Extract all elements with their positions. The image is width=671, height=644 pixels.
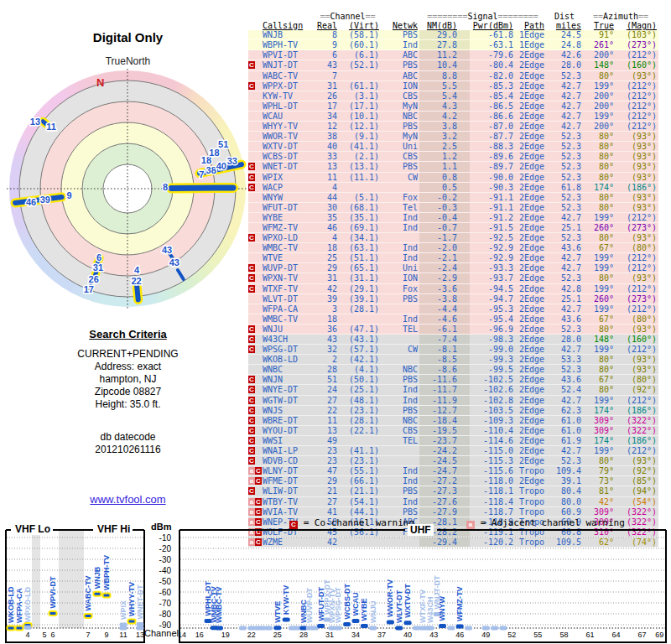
network: PBS (381, 406, 419, 415)
virtual-channel: (39.1) (339, 294, 381, 304)
virtual-channel: (43.1) (339, 335, 381, 344)
station-row: CWPIX11(11.1)CW0.8-90.02Edge52.380°(93°) (248, 173, 658, 183)
power: -79.6 (470, 50, 515, 60)
noise-margin: -27.9 (419, 507, 470, 517)
azimuth-true: 42° (583, 497, 616, 506)
callsign: KYW-TV (262, 91, 315, 101)
azimuth-magnetic: (92°) (616, 466, 658, 475)
virtual-channel: (29.1) (339, 284, 381, 293)
channel-tick-label: 69 (655, 631, 663, 639)
channel-tick-label: 6 (50, 631, 55, 639)
co-channel-warning-icon: C (248, 335, 255, 343)
real-channel: 25 (315, 253, 339, 262)
criteria-height: Height: 35.0 ft. (0, 398, 256, 411)
power: -102.5 (470, 375, 515, 384)
noise-margin: -8.1 (419, 345, 470, 354)
db-datecode-value: 201210261116 (0, 444, 256, 456)
co-channel-warning-icon: C (248, 386, 255, 393)
noise-margin: -12.7 (419, 406, 470, 415)
dbm-axis-label: dBm (151, 522, 171, 532)
callsign: WPHL-DT (262, 101, 315, 111)
virtual-channel: (68.1) (339, 203, 381, 212)
station-row: WMBC-TV18(63.1)Ind-2.0-92.92Edge43.667°(… (248, 243, 658, 253)
azimuth-true: 80° (583, 193, 616, 202)
distance: 52.3 (546, 142, 583, 151)
tvfool-link[interactable]: www.tvfool.com (0, 493, 256, 506)
azimuth-true: 67° (583, 243, 616, 252)
distance: 42.7 (546, 101, 583, 111)
network: Uni (381, 263, 419, 273)
network (381, 355, 419, 364)
virtual-channel: (60.1) (339, 40, 381, 49)
radar-channel-label: 18 (209, 148, 219, 158)
distance: 62.3 (546, 406, 583, 415)
co-channel-warning-icon: C (248, 345, 255, 353)
azimuth-true: 200° (583, 91, 616, 101)
distance: 24.5 (546, 30, 583, 39)
network: CBS (381, 152, 419, 161)
path: 2Edge (515, 436, 546, 445)
noise-margin: -0.3 (419, 203, 470, 212)
virtual-channel: (35.1) (339, 213, 381, 222)
co-channel-warning-icon: C (255, 498, 262, 506)
noise-margin: -2.4 (419, 263, 470, 273)
network: TEL (381, 436, 419, 445)
station-label: KYW-TV (282, 585, 290, 615)
azimuth-magnetic: (93°) (616, 142, 658, 151)
callsign: WFME-DT (262, 476, 315, 486)
azimuth-magnetic: (212°) (616, 345, 658, 354)
real-channel: 27 (315, 497, 339, 506)
channel-tick-label: 9 (104, 631, 108, 639)
azimuth-magnetic: (93°) (616, 162, 658, 171)
virtual-channel (339, 183, 381, 192)
station-label: WPXO-LD (23, 586, 32, 622)
path: Tropo (515, 466, 546, 475)
channel-tick-label: 19 (221, 631, 230, 639)
adjacent-channel-warning-icon: a (248, 508, 255, 516)
network (381, 183, 419, 192)
power: -86.5 (470, 101, 515, 111)
virtual-channel: (13.1) (339, 162, 381, 171)
signal-marker (8, 626, 15, 631)
virtual-channel: (2.1) (339, 152, 381, 161)
true-north-label: TrueNorth (0, 55, 256, 67)
channel-tick-label: 16 (195, 631, 204, 639)
path: 2Edge (515, 273, 546, 283)
network (381, 456, 419, 465)
network: Ind (381, 314, 419, 324)
virtual-channel (339, 314, 381, 324)
noise-margin: -27.2 (419, 476, 470, 486)
network: PBS (381, 30, 419, 39)
noise-margin: 11.2 (419, 50, 470, 60)
callsign: WTXF-TV (262, 284, 315, 293)
callsign: WNYW (262, 193, 315, 202)
path: 2Edge (515, 416, 546, 425)
callsign: WNJU (262, 325, 315, 334)
signal-marker (283, 618, 290, 622)
station-label: WPSG-DT (334, 587, 342, 623)
north-indicator: N (96, 76, 104, 89)
co-channel-warning-icon: C (248, 174, 255, 181)
power: -63.1 (470, 40, 515, 49)
callsign: WKOB-LD (262, 355, 315, 364)
noise-margin: -1.7 (419, 233, 470, 242)
distance: 52.3 (546, 325, 583, 334)
azimuth-true: 80° (583, 142, 616, 151)
real-channel: 3 (315, 304, 339, 314)
station-row: CWNAI-LP23(41.1)-24.2-115.02Edge42.7199°… (248, 446, 658, 456)
distance: 28.0 (546, 335, 583, 344)
station-row: WFPA-CA3(28.1)-4.4-95.32Edge42.7199°(212… (248, 304, 658, 314)
callsign: WTVE (262, 253, 315, 262)
azimuth-magnetic: (322°) (616, 507, 658, 517)
path: 2Edge (515, 426, 546, 435)
co-channel-warning-icon: C (248, 407, 255, 414)
network: PBS (381, 60, 419, 70)
network: ION (381, 81, 419, 91)
radar-channel-label: 7 (199, 169, 204, 179)
signal-marker (404, 621, 412, 625)
azimuth-true: 67° (583, 375, 616, 384)
real-channel: 43 (315, 60, 339, 70)
noise-margin: 27.8 (419, 40, 470, 49)
real-channel: 29 (315, 476, 339, 486)
azimuth-true: 80° (583, 365, 616, 374)
